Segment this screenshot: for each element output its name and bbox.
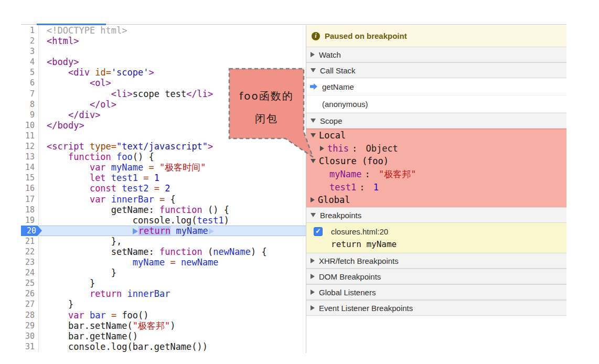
- code-row: 25 }: [21, 278, 306, 288]
- gutter-line-number[interactable]: 12: [21, 141, 39, 152]
- code-token: scope test: [133, 89, 186, 99]
- code-token: <body>: [47, 57, 79, 67]
- code-token: [106, 310, 111, 320]
- gutter-line-number[interactable]: 24: [21, 267, 39, 278]
- code-token: [47, 226, 133, 236]
- code-token: [106, 194, 111, 205]
- gutter-line-number[interactable]: 28: [21, 310, 39, 320]
- code-token: [149, 173, 154, 183]
- code-token: [47, 99, 90, 110]
- gutter-line-number[interactable]: 9: [21, 110, 39, 120]
- gutter-line-number[interactable]: 27: [21, 299, 39, 309]
- gutter-line-number[interactable]: 22: [21, 247, 39, 257]
- gutter-line-number[interactable]: 29: [21, 320, 39, 331]
- breakpoint-entry[interactable]: closures.html:20 return myName: [306, 223, 566, 253]
- code-token: setName:: [47, 247, 159, 257]
- gutter-line-number[interactable]: 23: [21, 257, 39, 267]
- section-header-event-listener-breakpoints[interactable]: Event Listener Breakpoints: [306, 300, 566, 316]
- section-header-watch[interactable]: Watch: [306, 47, 566, 62]
- code-token: [47, 194, 90, 205]
- code-token: ) {: [251, 247, 267, 257]
- section-header-scope[interactable]: Scope: [306, 113, 566, 129]
- code-line: <html>: [39, 36, 306, 46]
- code-row: 3: [21, 46, 306, 57]
- code-token: [170, 226, 176, 236]
- code-token: newName: [213, 247, 251, 257]
- gutter-line-number[interactable]: 7: [21, 89, 39, 99]
- code-token: <!DOCTYPE html>: [47, 25, 127, 36]
- code-token: return: [90, 288, 122, 299]
- gutter-line-number[interactable]: 18: [21, 205, 39, 215]
- code-token: >: [149, 67, 154, 78]
- gutter-line-number[interactable]: 21: [21, 236, 39, 247]
- frame-name: getName: [322, 82, 354, 91]
- scope-row[interactable]: Closure (foo): [306, 155, 566, 168]
- section-label: Global Listeners: [319, 288, 376, 297]
- gutter-line-number[interactable]: 25: [21, 278, 39, 288]
- code-token: console.log(bar.getName()): [47, 341, 208, 352]
- gutter-line-number[interactable]: 15: [21, 173, 39, 183]
- section-header-breakpoints[interactable]: Breakpoints: [306, 207, 566, 223]
- code-token: [111, 152, 116, 162]
- breakpoint-location: closures.html:20: [331, 227, 388, 236]
- code-line: return myName: [39, 226, 306, 236]
- chevron-right-icon: [311, 52, 315, 57]
- code-token: test2: [122, 183, 148, 194]
- code-line: var bar = foo(): [39, 310, 306, 320]
- code-row: 22 setName: function (newName) {: [21, 247, 306, 257]
- chevron-right-icon: [311, 305, 315, 311]
- gutter-line-number[interactable]: 13: [21, 152, 39, 162]
- section-header-call-stack[interactable]: Call Stack: [306, 62, 566, 78]
- code-token: console.log(: [47, 215, 197, 226]
- scope-row[interactable]: Local: [306, 129, 566, 142]
- code-token: () {: [133, 152, 154, 162]
- gutter-line-number[interactable]: 14: [21, 162, 39, 173]
- gutter-line-number[interactable]: 3: [21, 46, 39, 57]
- gutter-line-number[interactable]: 6: [21, 78, 39, 88]
- gutter-line-number[interactable]: 2: [21, 36, 39, 46]
- gutter-line-number[interactable]: 1: [21, 25, 39, 36]
- gutter-line-number[interactable]: 11: [21, 131, 39, 141]
- code-token: =: [170, 257, 175, 267]
- code-token: <div: [68, 67, 90, 78]
- gutter-line-number[interactable]: 19: [21, 215, 39, 226]
- gutter-line-number[interactable]: 4: [21, 57, 39, 67]
- code-token: [149, 183, 154, 194]
- code-line: var innerBar = {: [39, 194, 306, 205]
- frame-name: (anonymous): [322, 100, 368, 109]
- code-line: },: [39, 236, 306, 247]
- scope-row: test1: 1: [306, 180, 566, 194]
- code-token: myName: [133, 257, 165, 267]
- code-row: 17 var innerBar = {: [21, 194, 306, 205]
- code-token: [47, 110, 68, 120]
- call-stack-frame[interactable]: getName: [306, 78, 566, 95]
- code-token: function: [159, 205, 202, 215]
- call-stack-frame[interactable]: (anonymous): [306, 95, 566, 113]
- code-token: id=: [95, 67, 111, 78]
- code-token: [84, 310, 90, 320]
- section-header-dom-breakpoints[interactable]: DOM Breakpoints: [306, 269, 566, 284]
- code-token: var: [90, 162, 106, 173]
- code-row: 23 myName = newName: [21, 257, 306, 267]
- scope-row[interactable]: this: Object: [306, 142, 566, 155]
- code-token: innerBar: [127, 288, 170, 299]
- code-token: },: [47, 236, 122, 247]
- gutter-line-number[interactable]: 10: [21, 120, 39, 131]
- code-token: [47, 257, 133, 267]
- code-line: [39, 46, 306, 57]
- gutter-line-number[interactable]: 16: [21, 183, 39, 194]
- scope-row: myName: "极客邦": [306, 168, 566, 181]
- gutter-line-number[interactable]: 26: [21, 288, 39, 299]
- code-token: let: [90, 173, 106, 183]
- gutter-line-number[interactable]: 30: [21, 331, 39, 341]
- section-header-global-listeners[interactable]: Global Listeners: [306, 284, 566, 300]
- gutter-line-number[interactable]: 31: [21, 341, 39, 352]
- gutter-line-number[interactable]: 5: [21, 67, 39, 78]
- code-line: let test1 = 1: [39, 173, 306, 183]
- section-header-xhr-breakpoints[interactable]: XHR/fetch Breakpoints: [306, 253, 566, 269]
- gutter-line-number[interactable]: 17: [21, 194, 39, 205]
- code-token: </div>: [68, 110, 100, 120]
- gutter-line-number[interactable]: 8: [21, 99, 39, 110]
- breakpoint-checkbox[interactable]: [314, 227, 323, 236]
- scope-row[interactable]: Global: [306, 194, 566, 207]
